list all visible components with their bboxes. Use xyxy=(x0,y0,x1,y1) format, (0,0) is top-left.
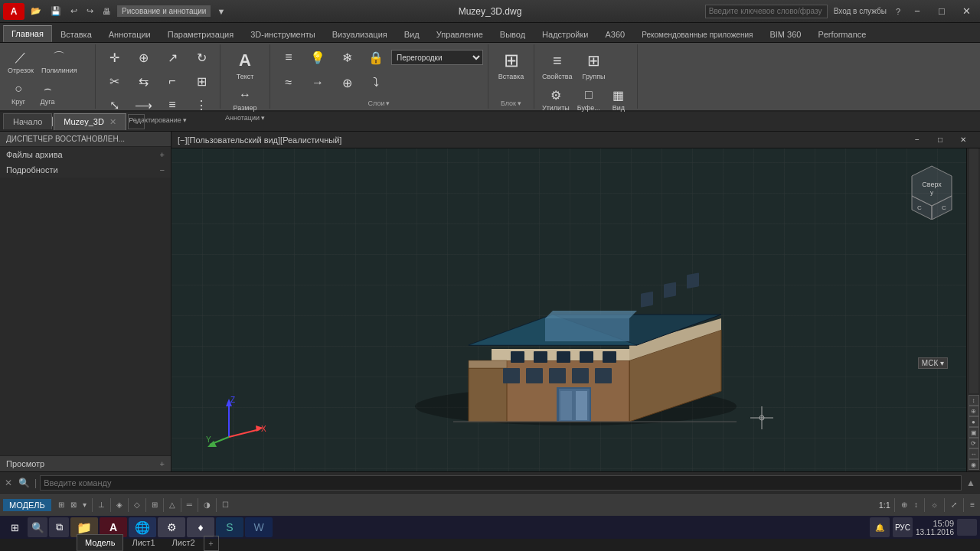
layer-match-btn[interactable]: ≈ xyxy=(275,71,302,94)
taskbar-word[interactable]: W xyxy=(245,517,273,537)
taskbar-lang[interactable]: РУС xyxy=(893,517,913,537)
nav-cube[interactable]: Сверх у С С xyxy=(907,162,957,212)
arc-btn[interactable]: ⌢ Дуга xyxy=(34,77,61,108)
lineweight-btn[interactable]: ═ xyxy=(185,500,194,509)
array-btn[interactable]: ⊞ xyxy=(188,70,215,93)
tab-view[interactable]: Вид xyxy=(396,26,428,42)
maximize-btn[interactable]: □ xyxy=(931,3,952,20)
annotation-scale-btn[interactable]: ⊕ xyxy=(899,500,910,509)
taskbar-skype[interactable]: S xyxy=(216,517,243,537)
otrack-btn[interactable]: ⊞ xyxy=(149,500,160,509)
view-ribbon-btn[interactable]: ▦ Вид xyxy=(605,83,632,114)
trim-btn[interactable]: ✂ xyxy=(100,70,128,93)
file-open-btn[interactable]: 📂 xyxy=(28,5,44,18)
circle-btn[interactable]: ○ Круг xyxy=(5,77,32,108)
isolate-btn[interactable]: ☼ xyxy=(929,500,940,509)
scrollbar-track[interactable] xyxy=(969,145,978,393)
tab-recapps[interactable]: Рекомендованные приложения xyxy=(633,27,761,42)
scroll-ctrl-6[interactable]: ↔ xyxy=(969,448,979,459)
redo-btn[interactable]: ↪ xyxy=(83,5,96,18)
osnap-btn[interactable]: ◇ xyxy=(132,500,142,509)
offset-btn[interactable]: ≡ xyxy=(158,93,186,116)
layer-merge-btn[interactable]: ⤵ xyxy=(362,71,390,94)
workspace-dropdown[interactable]: Рисование и аннотации xyxy=(117,5,211,17)
sel-filter-btn[interactable]: ☐ xyxy=(220,500,231,509)
tab-sheet2[interactable]: Лист2 xyxy=(164,534,204,551)
layer-freeze-btn[interactable]: ❄ xyxy=(333,46,361,69)
cmd-expand-btn[interactable]: ▲ xyxy=(965,478,977,488)
cmd-close-btn[interactable]: ✕ xyxy=(3,478,14,488)
scroll-ctrl-7[interactable]: ◉ xyxy=(969,459,979,470)
doc-tab-close[interactable]: ✕ xyxy=(109,117,116,126)
minimize-btn[interactable]: − xyxy=(906,3,928,20)
text-btn[interactable]: A Текст xyxy=(228,46,262,83)
tab-output[interactable]: Вывод xyxy=(492,26,534,42)
grid-btn[interactable]: ⊞ xyxy=(56,500,67,509)
tab-home[interactable]: Главная xyxy=(3,25,52,42)
scroll-ctrl-5[interactable]: ⟳ xyxy=(969,438,979,448)
scroll-ctrl-2[interactable]: ⊕ xyxy=(969,406,979,416)
transparency-btn[interactable]: ◑ xyxy=(201,500,213,509)
tab-viz[interactable]: Визуализация xyxy=(324,26,396,42)
tab-performance[interactable]: Performance xyxy=(809,26,874,42)
viewport-minimize[interactable]: − xyxy=(906,132,928,148)
layer-lock-btn[interactable]: 🔒 xyxy=(362,46,390,69)
panel-files-add[interactable]: + xyxy=(160,150,165,159)
tab-manage[interactable]: Управление xyxy=(428,26,492,42)
panel-details-collapse[interactable]: − xyxy=(160,165,165,174)
insert-group-label[interactable]: Блок ▾ xyxy=(501,99,521,107)
doc-tab-add[interactable]: + xyxy=(128,114,145,129)
line-btn[interactable]: ／ Отрезок xyxy=(5,46,37,77)
dynin-btn[interactable]: △ xyxy=(167,500,178,509)
utilities-btn[interactable]: ⚙ Утилиты xyxy=(539,83,573,114)
dim-btn[interactable]: ↔ Размер xyxy=(228,83,262,114)
scroll-ctrl-4[interactable]: ▣ xyxy=(969,427,979,438)
viewport-close[interactable]: ✕ xyxy=(952,132,974,148)
copy-btn[interactable]: ⊕ xyxy=(129,46,157,69)
more-edit-btn[interactable]: ⋮ xyxy=(188,93,215,116)
move-btn[interactable]: ✛ xyxy=(100,46,128,69)
cmd-input[interactable] xyxy=(40,475,962,491)
preview-add[interactable]: + xyxy=(160,459,165,468)
tab-sheet1[interactable]: Лист1 xyxy=(123,534,163,551)
ortho-btn[interactable]: ⊥ xyxy=(96,500,107,509)
save-btn[interactable]: 💾 xyxy=(47,5,64,18)
taskbar-search[interactable]: 🔍 xyxy=(28,517,47,537)
customui-btn[interactable]: ≡ xyxy=(968,500,977,509)
undo-btn[interactable]: ↩ xyxy=(67,5,80,18)
tab-add[interactable]: + xyxy=(204,536,219,551)
layers-group-label[interactable]: Слои ▾ xyxy=(368,99,390,107)
taskbar-task-view[interactable]: ⧉ xyxy=(49,517,69,537)
snap-btn[interactable]: ⊠ xyxy=(68,500,79,509)
login-btn[interactable]: Вход в службы xyxy=(831,5,890,17)
layer-copy-btn[interactable]: ⊕ xyxy=(333,71,361,94)
workspace-expand[interactable]: ▼ xyxy=(214,5,228,18)
tab-parametrize[interactable]: Параметризация xyxy=(159,26,242,42)
taskbar-notifications[interactable]: 🔔 xyxy=(870,517,890,537)
fullscreen-btn[interactable]: ⤢ xyxy=(949,500,959,509)
fillet-btn[interactable]: ⌐ xyxy=(158,70,186,93)
tab-insert[interactable]: Вставка xyxy=(52,26,100,42)
cmd-search-btn[interactable]: 🔍 xyxy=(17,478,31,488)
tab-bim360[interactable]: BIM 360 xyxy=(761,26,809,42)
print-btn[interactable]: 🖶 xyxy=(100,5,114,18)
layer-current-btn[interactable]: → xyxy=(304,71,332,94)
clipboard-btn[interactable]: □ Буфе... xyxy=(574,83,603,114)
show-desktop[interactable] xyxy=(957,519,977,536)
rotate-btn[interactable]: ↻ xyxy=(188,46,215,69)
polyline-btn[interactable]: ⌒ Полилиния xyxy=(38,46,80,77)
mirror-btn[interactable]: ⇆ xyxy=(129,70,157,93)
doc-tab-muzey[interactable]: Muzey_3D ✕ xyxy=(54,113,126,130)
groups-btn[interactable]: ⊞ Группы xyxy=(577,46,611,83)
tab-model[interactable]: Модель xyxy=(77,534,123,551)
ucs-label[interactable]: МСК ▾ xyxy=(918,357,948,369)
doc-tab-start[interactable]: Начало xyxy=(3,113,52,129)
scroll-ctrl-1[interactable]: ↕ xyxy=(969,395,979,406)
annotation-group-label[interactable]: Аннотации ▾ xyxy=(225,114,265,122)
polar-btn[interactable]: ◈ xyxy=(114,500,125,509)
search-input[interactable] xyxy=(705,5,828,18)
tab-addons[interactable]: Надстройки xyxy=(534,26,596,42)
start-btn[interactable]: ⊞ xyxy=(3,517,26,537)
layer-on-btn[interactable]: 💡 xyxy=(304,46,332,69)
model-label[interactable]: МОДЕЛЬ xyxy=(3,499,51,511)
